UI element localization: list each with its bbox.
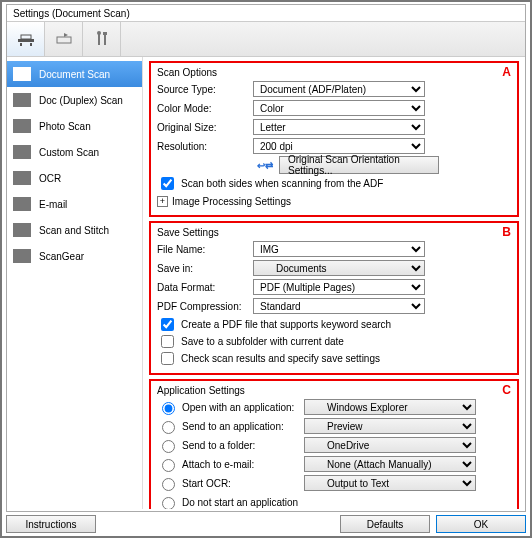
pdf-compression-select[interactable]: Standard xyxy=(253,298,425,314)
send-to-app-radio[interactable] xyxy=(162,421,175,434)
settings-window: Settings (Document Scan) Document Scan D… xyxy=(6,4,526,512)
open-with-select[interactable]: Windows Explorer xyxy=(304,399,476,415)
section-letter-c: C xyxy=(502,383,511,397)
window-title: Settings (Document Scan) xyxy=(7,5,525,21)
ok-button[interactable]: OK xyxy=(436,515,526,533)
start-ocr-radio[interactable] xyxy=(162,478,175,491)
expander-label: Image Processing Settings xyxy=(172,196,291,207)
svg-rect-4 xyxy=(57,37,71,43)
data-format-select[interactable]: PDF (Multiple Pages) xyxy=(253,279,425,295)
section-title: Scan Options xyxy=(157,67,511,78)
open-with-label: Open with an application: xyxy=(182,402,300,413)
section-title: Save Settings xyxy=(157,227,511,238)
sidebar-item-email[interactable]: E-mail xyxy=(7,191,142,217)
sidebar-item-ocr[interactable]: OCR xyxy=(7,165,142,191)
keyword-search-label: Create a PDF file that supports keyword … xyxy=(181,319,391,330)
sidebar-item-scangear[interactable]: ScanGear xyxy=(7,243,142,269)
instructions-button[interactable]: Instructions xyxy=(6,515,96,533)
toolbar-tab-scanner[interactable] xyxy=(7,22,45,56)
source-type-select[interactable]: Document (ADF/Platen) xyxy=(253,81,425,97)
open-with-radio[interactable] xyxy=(162,402,175,415)
original-size-select[interactable]: Letter xyxy=(253,119,425,135)
color-mode-label: Color Mode: xyxy=(157,103,253,114)
duplex-scan-icon xyxy=(13,93,31,107)
do-not-start-radio[interactable] xyxy=(162,497,175,509)
subfolder-date-label: Save to a subfolder with current date xyxy=(181,336,344,347)
start-ocr-select[interactable]: Output to Text xyxy=(304,475,476,491)
original-size-label: Original Size: xyxy=(157,122,253,133)
sidebar-item-label: Scan and Stitch xyxy=(39,225,109,236)
scan-stitch-icon xyxy=(13,223,31,237)
plus-icon: + xyxy=(157,196,168,207)
resolution-select[interactable]: 200 dpi xyxy=(253,138,425,154)
svg-rect-3 xyxy=(30,43,32,46)
sidebar-item-label: Photo Scan xyxy=(39,121,91,132)
send-to-folder-select[interactable]: OneDrive xyxy=(304,437,476,453)
content-pane: A Scan Options Source Type:Document (ADF… xyxy=(143,57,525,509)
send-to-folder-radio[interactable] xyxy=(162,440,175,453)
file-name-select[interactable]: IMG xyxy=(253,241,425,257)
section-letter-b: B xyxy=(502,225,511,239)
pdf-compression-label: PDF Compression: xyxy=(157,301,253,312)
save-in-label: Save in: xyxy=(157,263,253,274)
resolution-label: Resolution: xyxy=(157,141,253,152)
toolbar-tab-external[interactable] xyxy=(45,22,83,56)
sidebar-item-label: E-mail xyxy=(39,199,67,210)
sidebar-item-label: Custom Scan xyxy=(39,147,99,158)
svg-point-7 xyxy=(97,31,101,35)
data-format-label: Data Format: xyxy=(157,282,253,293)
section-letter-a: A xyxy=(502,65,511,79)
keyword-search-checkbox[interactable] xyxy=(161,318,174,331)
sidebar: Document Scan Doc (Duplex) Scan Photo Sc… xyxy=(7,57,143,509)
section-scan-options: A Scan Options Source Type:Document (ADF… xyxy=(149,61,519,217)
toolbar-tab-tools[interactable] xyxy=(83,22,121,56)
ocr-icon xyxy=(13,171,31,185)
attach-email-select[interactable]: None (Attach Manually) xyxy=(304,456,476,472)
sidebar-item-document-scan[interactable]: Document Scan xyxy=(7,61,142,87)
subfolder-date-checkbox[interactable] xyxy=(161,335,174,348)
image-processing-expander[interactable]: +Image Processing Settings xyxy=(157,193,511,209)
section-title: Application Settings xyxy=(157,385,511,396)
sidebar-item-photo-scan[interactable]: Photo Scan xyxy=(7,113,142,139)
svg-rect-8 xyxy=(103,32,107,35)
orientation-settings-button[interactable]: Original Scan Orientation Settings... xyxy=(279,156,439,174)
svg-rect-2 xyxy=(20,43,22,46)
scan-both-sides-label: Scan both sides when scanning from the A… xyxy=(181,178,383,189)
send-to-app-label: Send to an application: xyxy=(182,421,300,432)
defaults-button[interactable]: Defaults xyxy=(340,515,430,533)
custom-scan-icon xyxy=(13,145,31,159)
start-ocr-label: Start OCR: xyxy=(182,478,300,489)
color-mode-select[interactable]: Color xyxy=(253,100,425,116)
sidebar-item-custom-scan[interactable]: Custom Scan xyxy=(7,139,142,165)
svg-rect-1 xyxy=(21,35,31,39)
sidebar-item-label: ScanGear xyxy=(39,251,84,262)
file-name-label: File Name: xyxy=(157,244,253,255)
source-type-label: Source Type: xyxy=(157,84,253,95)
attach-email-radio[interactable] xyxy=(162,459,175,472)
save-in-select[interactable]: Documents xyxy=(253,260,425,276)
photo-scan-icon xyxy=(13,119,31,133)
do-not-start-label: Do not start an application xyxy=(182,497,300,508)
sidebar-item-label: Doc (Duplex) Scan xyxy=(39,95,123,106)
document-scan-icon xyxy=(13,67,31,81)
top-toolbar xyxy=(7,21,525,57)
send-to-app-select[interactable]: Preview xyxy=(304,418,476,434)
scangear-icon xyxy=(13,249,31,263)
scan-both-sides-checkbox[interactable] xyxy=(161,177,174,190)
section-save-settings: B Save Settings File Name:IMG Save in: D… xyxy=(149,221,519,375)
check-results-label: Check scan results and specify save sett… xyxy=(181,353,380,364)
sidebar-item-label: OCR xyxy=(39,173,61,184)
reset-icon[interactable]: ↩⇄ xyxy=(253,160,273,171)
check-results-checkbox[interactable] xyxy=(161,352,174,365)
footer-bar: Instructions Defaults OK xyxy=(6,514,526,534)
email-icon xyxy=(13,197,31,211)
section-application-settings: C Application Settings Open with an appl… xyxy=(149,379,519,509)
sidebar-item-doc-duplex[interactable]: Doc (Duplex) Scan xyxy=(7,87,142,113)
sidebar-item-label: Document Scan xyxy=(39,69,110,80)
sidebar-item-scan-stitch[interactable]: Scan and Stitch xyxy=(7,217,142,243)
send-to-folder-label: Send to a folder: xyxy=(182,440,300,451)
attach-email-label: Attach to e-mail: xyxy=(182,459,300,470)
